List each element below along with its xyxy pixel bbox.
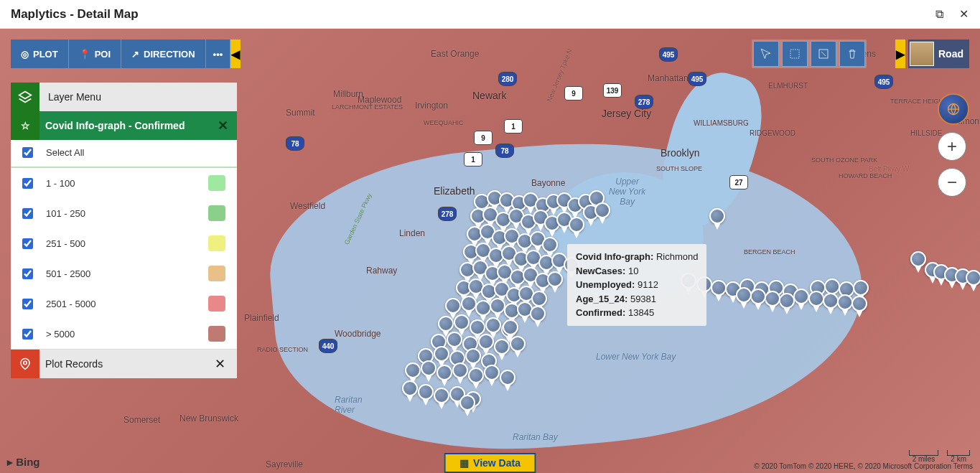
locate-me-button[interactable] bbox=[938, 93, 969, 125]
legend-range-label: 1 - 100 bbox=[46, 178, 75, 189]
map-label-manhattan: Manhattan bbox=[648, 73, 689, 83]
map-pushpin[interactable] bbox=[503, 319, 518, 341]
legend-checkbox[interactable] bbox=[22, 178, 33, 189]
map-pushpin[interactable] bbox=[569, 217, 584, 238]
map-pushpin[interactable] bbox=[808, 291, 824, 312]
map-label-summit: Summit bbox=[286, 108, 315, 118]
pin-icon: 📍 bbox=[79, 49, 90, 60]
route-shield: 139 bbox=[603, 83, 622, 98]
map-pushpin[interactable] bbox=[823, 293, 839, 314]
route-shield: 278 bbox=[635, 95, 653, 109]
map-pushpin[interactable] bbox=[468, 367, 484, 389]
map-pushpin[interactable] bbox=[779, 293, 795, 314]
svg-rect-1 bbox=[790, 50, 799, 58]
maptype-selector[interactable]: Road bbox=[908, 39, 969, 68]
zoom-out-button[interactable]: − bbox=[938, 168, 966, 197]
legend-range-label: 2501 - 5000 bbox=[46, 299, 95, 309]
route-shield: 9 bbox=[474, 131, 493, 145]
collapse-toolbar-right-icon[interactable]: ▶ bbox=[895, 39, 905, 68]
legend-checkbox[interactable] bbox=[22, 208, 33, 219]
map-label-howard-beach: HOWARD BEACH bbox=[839, 172, 892, 179]
plot-records-header[interactable]: Plot Records ✕ bbox=[11, 350, 237, 378]
map-label-ridgewood: RIDGEWOOD bbox=[750, 129, 795, 137]
map-pushpin[interactable] bbox=[437, 365, 452, 386]
tooltip-row: Confirmed: 13845 bbox=[576, 306, 698, 320]
map-pushpin[interactable] bbox=[500, 370, 515, 391]
map-pushpin[interactable] bbox=[459, 395, 475, 416]
map-pushpin[interactable] bbox=[765, 291, 780, 312]
map-pushpin[interactable] bbox=[452, 362, 468, 384]
zoom-in-button[interactable]: + bbox=[938, 132, 966, 161]
map-label-williamsburg: WILLIAMSBURG bbox=[694, 119, 749, 127]
legend-select-all-row: Select All bbox=[11, 140, 237, 168]
map-label-bayonne: Bayonne bbox=[531, 178, 565, 188]
legend-range-label: 501 - 2500 bbox=[46, 268, 90, 279]
map-pushpin[interactable] bbox=[910, 251, 926, 273]
map-pushpin[interactable] bbox=[434, 388, 449, 409]
map-label-elmhurst: ELMHURST bbox=[768, 82, 808, 90]
select-all-checkbox[interactable] bbox=[22, 147, 33, 158]
route-icon: ↗ bbox=[131, 49, 139, 60]
box-select-button[interactable] bbox=[782, 41, 808, 67]
layer-menu-label: Layer Menu bbox=[48, 91, 101, 103]
map-label-newark: Newark bbox=[472, 90, 506, 101]
map-label-larchmont: LARCHMONT ESTATES bbox=[332, 103, 403, 111]
map-pushpin[interactable] bbox=[750, 289, 766, 310]
map-pushpin[interactable] bbox=[418, 384, 434, 406]
layer-menu-header[interactable]: Layer Menu bbox=[11, 83, 237, 111]
map-pushpin[interactable] bbox=[402, 380, 418, 402]
more-tab[interactable]: ••• bbox=[206, 39, 231, 68]
legend-range-label: 251 - 500 bbox=[46, 238, 85, 249]
route-shield: 78 bbox=[495, 144, 514, 158]
legend-range-label: 101 - 250 bbox=[46, 208, 85, 219]
legend-swatch bbox=[208, 175, 225, 191]
direction-tab[interactable]: ↗DIRECTION bbox=[121, 39, 206, 68]
map-label-woodbridge: Woodbridge bbox=[335, 329, 381, 339]
map-pushpin[interactable] bbox=[966, 270, 980, 291]
map-pushpin[interactable] bbox=[530, 306, 546, 327]
legend-row: > 5000 bbox=[11, 319, 237, 349]
legend-header: ☆ Covid Info-graph - Confirmed ✕ bbox=[11, 111, 237, 140]
maptype-label: Road bbox=[938, 48, 963, 60]
scale-bar: 2 miles 2 km bbox=[909, 450, 970, 456]
map-pushpin[interactable] bbox=[594, 202, 610, 224]
map-label-somerset: Somerset bbox=[123, 415, 160, 425]
route-shield: 1 bbox=[464, 152, 482, 167]
plot-tab[interactable]: ◎PLOT bbox=[11, 39, 69, 68]
poi-tab[interactable]: 📍POI bbox=[69, 39, 121, 68]
view-data-button[interactable]: ▦ View Data bbox=[444, 453, 536, 473]
delete-selection-button[interactable] bbox=[839, 41, 865, 67]
map-label-raritan-bay: Raritan Bay bbox=[513, 432, 558, 442]
close-icon[interactable]: ✕ bbox=[958, 9, 969, 20]
map-pushpin[interactable] bbox=[709, 208, 725, 230]
sidebar: Layer Menu ☆ Covid Info-graph - Confirme… bbox=[11, 72, 237, 378]
map-tooltip: Covid Info-graph: Richmond NewCases: 10 … bbox=[567, 244, 706, 326]
map-pushpin[interactable] bbox=[711, 280, 727, 301]
map-canvas[interactable]: Newark Jersey City Brooklyn Elizabeth Ba… bbox=[0, 29, 980, 473]
lasso-select-button[interactable] bbox=[811, 41, 836, 67]
map-label-linden: Linden bbox=[399, 228, 425, 238]
map-pushpin[interactable] bbox=[421, 360, 437, 382]
route-shield: 27 bbox=[729, 175, 748, 189]
popout-icon[interactable]: ⧉ bbox=[933, 9, 945, 20]
legend-checkbox[interactable] bbox=[22, 238, 33, 249]
map-pushpin[interactable] bbox=[490, 298, 505, 319]
map-pushpin[interactable] bbox=[793, 289, 809, 310]
plot-records-label: Plot Records bbox=[45, 358, 103, 370]
collapse-toolbar-left-icon[interactable]: ◀ bbox=[230, 39, 241, 68]
map-pushpin[interactable] bbox=[547, 271, 563, 293]
legend-swatch bbox=[208, 296, 225, 312]
legend-checkbox[interactable] bbox=[22, 299, 33, 309]
map-pushpin[interactable] bbox=[837, 294, 853, 316]
map-pushpin[interactable] bbox=[484, 365, 500, 386]
map-label-westfield: Westfield bbox=[290, 201, 325, 211]
close-plot-records-icon[interactable]: ✕ bbox=[215, 356, 228, 372]
map-pushpin[interactable] bbox=[851, 296, 867, 317]
map-label-south-ozone: SOUTH OZONE PARK bbox=[811, 156, 877, 164]
select-all-label: Select All bbox=[46, 147, 84, 158]
close-legend-icon[interactable]: ✕ bbox=[218, 118, 228, 134]
pointer-select-button[interactable] bbox=[753, 41, 779, 67]
map-pushpin[interactable] bbox=[736, 287, 752, 309]
legend-checkbox[interactable] bbox=[22, 329, 33, 339]
legend-checkbox[interactable] bbox=[22, 268, 33, 279]
